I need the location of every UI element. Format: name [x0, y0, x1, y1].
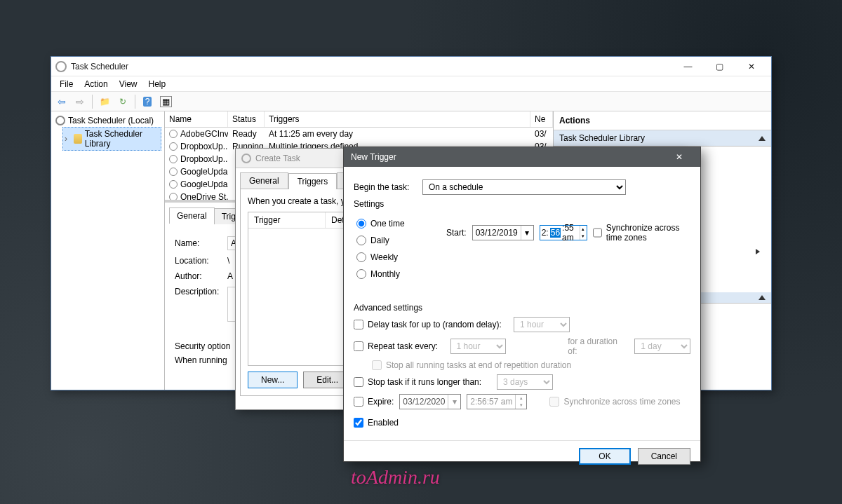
new-trigger-titlebar: New Trigger ✕ [344, 147, 700, 167]
col-next[interactable]: Ne [530, 111, 553, 127]
start-label: Start: [446, 228, 467, 238]
refresh-button[interactable]: ↻ [115, 94, 131, 109]
watermark: toAdmin.ru [351, 466, 440, 489]
duration-select: 1 day [634, 339, 690, 354]
menu-file[interactable]: File [54, 78, 79, 90]
calendar-dropdown-icon: ▾ [448, 395, 460, 409]
tab-general[interactable]: General [169, 207, 215, 224]
back-button[interactable]: ⇦ [54, 94, 69, 109]
window-title: Task Scheduler [71, 62, 672, 71]
start-date-input[interactable] [473, 226, 521, 239]
clock-icon [55, 116, 65, 125]
tree-library[interactable]: › Task Scheduler Library [62, 127, 161, 151]
tree-root-label: Task Scheduler (Local) [68, 116, 154, 125]
duration-label: for a duration of: [568, 336, 629, 356]
sync-tz2-checkbox: Synchronize across time zones [549, 397, 680, 407]
calendar-dropdown-icon[interactable]: ▾ [521, 226, 533, 240]
help-button[interactable]: ? [140, 94, 155, 109]
settings-label: Settings [354, 199, 690, 209]
toolbar-separator [92, 95, 93, 109]
freq-onetime[interactable]: One time [356, 219, 434, 229]
minimize-button[interactable]: — [672, 57, 704, 76]
new-trigger-dialog: New Trigger ✕ Begin the task: On a sched… [343, 147, 701, 462]
collapse-icon [759, 136, 766, 141]
sync-tz-checkbox[interactable]: Synchronize across time zones [593, 223, 688, 243]
titlebar: Task Scheduler — ▢ ✕ [51, 57, 771, 76]
up-button[interactable]: 📁 [97, 94, 112, 109]
tree-pane: Task Scheduler (Local) › Task Scheduler … [51, 111, 165, 390]
toolbar-separator-2 [135, 95, 135, 109]
ct-tab-triggers[interactable]: Triggers [288, 173, 338, 189]
app-clock-icon [55, 61, 67, 72]
task-icon [169, 155, 178, 163]
location-value: \ [227, 256, 229, 266]
maximize-button[interactable]: ▢ [704, 57, 735, 76]
create-task-title: Create Task [255, 154, 300, 163]
start-time-field[interactable]: 2:56:55 am ▴▾ [540, 225, 587, 240]
begin-task-label: Begin the task: [354, 182, 417, 192]
folder-icon [74, 134, 82, 144]
props-button[interactable]: ▦ [158, 94, 173, 109]
col-status[interactable]: Status [228, 111, 265, 127]
stopall-checkbox: Stop all running tasks at end of repetit… [372, 360, 571, 370]
freq-monthly[interactable]: Monthly [356, 269, 434, 279]
menu-view[interactable]: View [114, 78, 143, 90]
freq-daily[interactable]: Daily [356, 236, 434, 245]
ok-button[interactable]: OK [579, 448, 630, 465]
chevron-right-icon [756, 249, 760, 254]
collapse-icon [759, 295, 766, 300]
expire-time-field: 2:56:57 am ▴▾ [467, 394, 527, 409]
task-icon [169, 193, 178, 201]
time-spinner[interactable]: ▴▾ [580, 226, 587, 240]
expire-date-field: ▾ [399, 394, 461, 409]
begin-task-select[interactable]: On a schedule [422, 179, 626, 195]
enabled-checkbox[interactable]: Enabled [354, 418, 399, 428]
repeat-select: 1 hour [450, 339, 507, 354]
time-spinner: ▴▾ [515, 395, 526, 409]
author-value: A [227, 271, 233, 281]
task-list-header: Name Status Triggers Ne [165, 111, 553, 128]
col-trigger[interactable]: Trigger [248, 212, 326, 228]
task-icon [169, 130, 178, 138]
forward-button[interactable]: ⇨ [72, 94, 88, 109]
cancel-button[interactable]: Cancel [638, 448, 690, 465]
col-triggers[interactable]: Triggers [265, 111, 530, 127]
menu-help[interactable]: Help [143, 78, 172, 90]
delay-select: 1 hour [514, 317, 570, 332]
actions-header: Actions [554, 111, 771, 130]
expire-checkbox[interactable]: Expire: [354, 397, 394, 407]
delay-checkbox[interactable]: Delay task for up to (random delay): [354, 320, 508, 329]
location-label: Location: [175, 256, 227, 266]
repeat-checkbox[interactable]: Repeat task every: [354, 341, 445, 351]
new-trigger-button[interactable]: New... [248, 372, 298, 388]
tree-library-label: Task Scheduler Library [85, 129, 159, 149]
actions-section-library[interactable]: Task Scheduler Library [554, 130, 771, 147]
advanced-label: Advanced settings [354, 303, 690, 313]
menu-action[interactable]: Action [79, 78, 113, 90]
expire-date-input [400, 395, 448, 408]
task-icon [169, 180, 178, 189]
expand-icon[interactable]: › [65, 134, 71, 144]
name-label: Name: [175, 238, 227, 248]
close-button[interactable]: ✕ [735, 57, 767, 76]
close-button[interactable]: ✕ [665, 147, 693, 167]
stoplong-checkbox[interactable]: Stop task if it runs longer than: [354, 377, 491, 387]
clock-icon [241, 154, 251, 163]
task-icon [169, 168, 178, 176]
start-date-field[interactable]: ▾ [472, 225, 534, 240]
task-icon [169, 142, 178, 151]
col-name[interactable]: Name [165, 111, 228, 127]
toolbar: ⇦ ⇨ 📁 ↻ ? ▦ [51, 92, 771, 111]
author-label: Author: [175, 271, 227, 281]
task-row[interactable]: AdobeGCInv...ReadyAt 11:25 am every day0… [165, 128, 553, 140]
menubar: File Action View Help [51, 76, 771, 92]
ct-tab-general[interactable]: General [240, 172, 288, 189]
new-trigger-title: New Trigger [351, 152, 396, 162]
time-selected-segment[interactable]: 56 [550, 228, 561, 238]
description-label: Description: [175, 287, 227, 297]
stoplong-select: 3 days [497, 374, 553, 390]
freq-weekly[interactable]: Weekly [356, 252, 434, 262]
tree-root[interactable]: Task Scheduler (Local) [54, 114, 161, 127]
